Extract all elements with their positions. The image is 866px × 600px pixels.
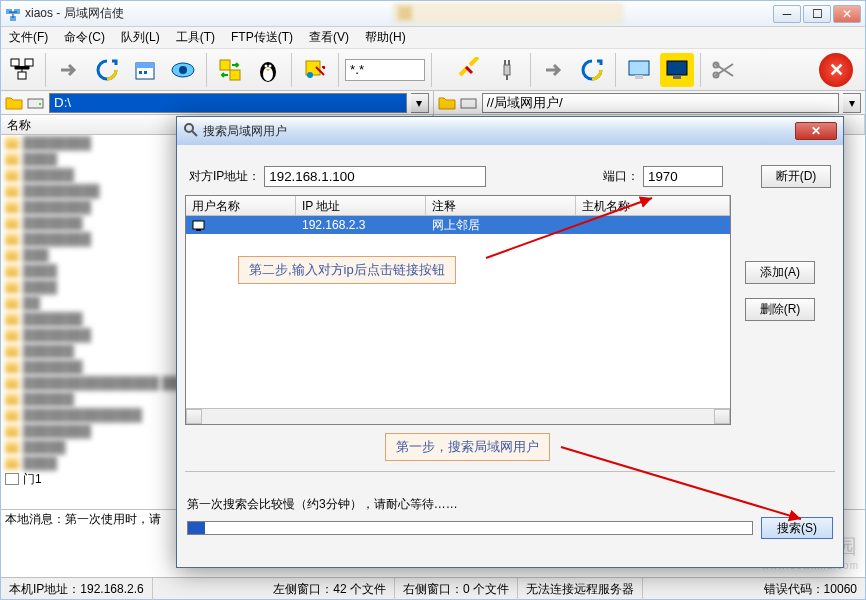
arrow-right-icon-2[interactable] [537,53,571,87]
menu-queue[interactable]: 队列(L) [117,27,164,48]
drive-icon[interactable] [27,95,45,111]
cell-ip: 192.168.2.3 [296,216,426,234]
search-dialog: 搜索局域网用户 ✕ 对方IP地址： 端口： 断开(D) 用户名称 IP 地址 注… [176,116,844,568]
right-path-dropdown[interactable]: ▾ [843,93,861,113]
add-button[interactable]: 添加(A) [745,261,815,284]
dialog-title: 搜索局域网用户 [203,123,795,140]
ip-input[interactable] [264,166,486,187]
svg-rect-13 [230,70,240,80]
network-icon[interactable] [5,53,39,87]
menu-ftp[interactable]: FTP传送(T) [227,27,297,48]
menu-command[interactable]: 命令(C) [60,27,109,48]
refresh-icon-2[interactable] [575,53,609,87]
folder-icon[interactable] [5,95,23,111]
monitor-highlight-icon[interactable] [660,53,694,87]
app-icon [5,6,21,22]
progress-bar [187,521,753,535]
disconnect-icon[interactable] [452,53,486,87]
col-comment[interactable]: 注释 [426,196,576,215]
annotation-step2: 第二步,输入对方ip后点击链接按钮 [238,256,456,284]
filter-input[interactable] [345,59,425,81]
scissors-icon[interactable] [707,53,741,87]
swap-icon[interactable] [213,53,247,87]
svg-rect-5 [18,72,26,79]
refresh-icon[interactable] [90,53,124,87]
svg-point-19 [307,72,313,78]
svg-rect-24 [673,75,681,79]
annotation-step1: 第一步，搜索局域网用户 [385,433,550,461]
col-hostname[interactable]: 主机名称 [576,196,730,215]
cell-host [576,216,730,234]
ip-label: 对方IP地址： [189,168,260,185]
svg-point-30 [185,124,193,132]
maximize-button[interactable]: ☐ [803,5,831,23]
svg-rect-7 [136,63,154,68]
svg-rect-12 [220,60,230,70]
svg-rect-8 [139,71,142,74]
svg-rect-31 [193,221,204,229]
menubar: 文件(F) 命令(C) 队列(L) 工具(T) FTP传送(T) 查看(V) 帮… [1,27,865,49]
svg-point-16 [265,64,268,67]
col-username[interactable]: 用户名称 [186,196,296,215]
user-grid[interactable]: 用户名称 IP 地址 注释 主机名称 192.168.2.3 网上邻居 第二步,… [185,195,731,425]
grid-row-selected[interactable]: 192.168.2.3 网上邻居 [186,216,730,234]
svg-rect-21 [629,61,649,75]
background-window-blur [393,3,623,23]
left-path-dropdown[interactable]: ▾ [411,93,429,113]
eye-icon[interactable] [166,53,200,87]
port-input[interactable] [643,166,723,187]
right-path-input[interactable] [482,93,840,113]
status-ip: 本机IP地址：192.168.2.6 [1,578,153,600]
status-error: 错误代码：10060 [756,578,865,600]
svg-rect-9 [144,71,147,74]
svg-rect-22 [635,75,643,79]
svg-rect-32 [196,229,201,231]
minimize-button[interactable]: ─ [773,5,801,23]
search-icon [183,122,199,141]
status-connection: 无法连接远程服务器 [518,578,643,600]
drive-icon[interactable] [460,95,478,111]
cell-comment: 网上邻居 [426,216,576,234]
col-ip[interactable]: IP 地址 [296,196,426,215]
left-path-input[interactable] [49,93,407,113]
svg-point-11 [179,66,187,74]
search-button[interactable]: 搜索(S) [761,517,833,539]
svg-rect-23 [667,61,687,75]
close-button[interactable]: ✕ [833,5,861,23]
port-label: 端口： [603,168,639,185]
calendar-icon[interactable] [128,53,162,87]
svg-point-28 [39,103,41,105]
disconnect-button[interactable]: 断开(D) [761,165,831,188]
svg-point-17 [269,64,272,67]
dialog-close-button[interactable]: ✕ [795,122,837,140]
stop-icon[interactable]: ✕ [819,53,853,87]
folder-icon[interactable] [438,95,456,111]
monitor-icon[interactable] [622,53,656,87]
delete-button[interactable]: 删除(R) [745,298,815,321]
menu-tools[interactable]: 工具(T) [172,27,219,48]
menu-file[interactable]: 文件(F) [5,27,52,48]
status-right-count: 右侧窗口：0 个文件 [395,578,518,600]
svg-rect-29 [461,99,476,108]
grid-horizontal-scrollbar[interactable] [186,408,730,424]
menu-help[interactable]: 帮助(H) [361,27,410,48]
main-titlebar: xiaos - 局域网信使 ─ ☐ ✕ [1,1,865,27]
toolbar: ✕ [1,49,865,91]
svg-rect-20 [504,65,510,75]
dialog-titlebar[interactable]: 搜索局域网用户 ✕ [177,117,843,145]
arrow-right-icon[interactable] [52,53,86,87]
statusbar: 本机IP地址：192.168.2.6 左侧窗口：42 个文件 右侧窗口：0 个文… [1,577,865,599]
status-left-count: 左侧窗口：42 个文件 [265,578,395,600]
svg-rect-4 [25,59,33,66]
progress-label: 第一次搜索会比较慢（约3分钟），请耐心等待…… [187,496,833,513]
menu-view[interactable]: 查看(V) [305,27,353,48]
svg-rect-3 [11,59,19,66]
plug-icon[interactable] [490,53,524,87]
tools-icon[interactable] [298,53,332,87]
penguin-icon[interactable] [251,53,285,87]
